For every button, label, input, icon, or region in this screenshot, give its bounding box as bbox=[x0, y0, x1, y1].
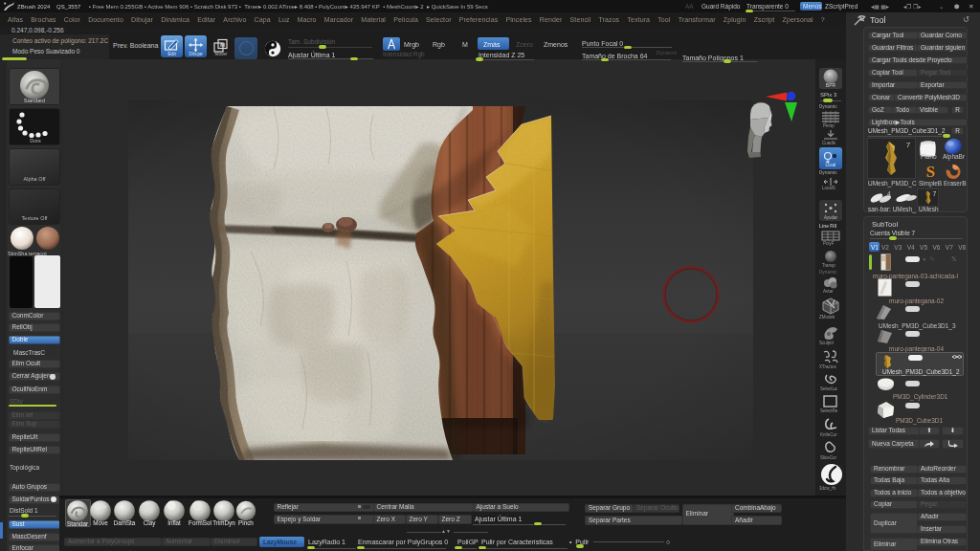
svg-text:Standar: Standar bbox=[67, 520, 88, 527]
svg-text:FormSol: FormSol bbox=[189, 519, 212, 526]
svg-text:7: 7 bbox=[933, 190, 937, 197]
svg-text:Dibujar: Dibujar bbox=[189, 52, 203, 56]
svg-text:Mover: Mover bbox=[215, 52, 228, 56]
svg-text:7: 7 bbox=[906, 141, 911, 149]
svg-text:Dots: Dots bbox=[30, 138, 41, 143]
svg-text:4: 4 bbox=[887, 190, 891, 197]
svg-text:Local: Local bbox=[826, 163, 836, 167]
svg-text:M: M bbox=[220, 42, 225, 48]
svg-text:Standard: Standard bbox=[24, 98, 45, 103]
svg-text:Clay: Clay bbox=[144, 519, 156, 527]
svg-text:Ayudar: Ayudar bbox=[824, 215, 838, 220]
svg-text:DamSta: DamSta bbox=[114, 519, 136, 526]
svg-text:BPR: BPR bbox=[826, 82, 836, 88]
svg-text:Inflat: Inflat bbox=[167, 519, 181, 526]
svg-text:Pinch: Pinch bbox=[238, 519, 254, 526]
svg-text:S: S bbox=[926, 163, 935, 181]
svg-text:Move: Move bbox=[93, 519, 108, 526]
svg-text:Edit: Edit bbox=[167, 51, 176, 56]
svg-text:TrimDyn: TrimDyn bbox=[212, 519, 235, 527]
